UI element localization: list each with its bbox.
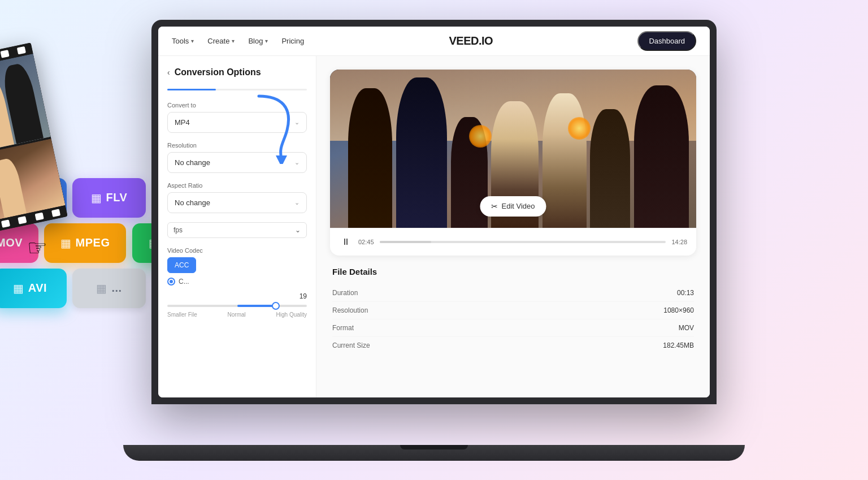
brand-logo: VEED.IO <box>449 34 493 47</box>
quality-slider-section: 19 Smaller File Normal High Quality <box>167 292 307 318</box>
frame-rate-chevron-icon: ⌄ <box>295 226 301 234</box>
slider-labels: Smaller File Normal High Quality <box>167 312 307 318</box>
nav-tools-label: Tools <box>172 37 189 45</box>
slider-mid-label: Normal <box>228 312 246 318</box>
detail-row-size: Current Size 182.45MB <box>332 337 694 354</box>
laptop-body: Tools ▾ Create ▾ Blog ▾ Pricing V <box>151 20 717 404</box>
codec-section: Video Codec ACC <box>167 247 307 273</box>
create-chevron-icon: ▾ <box>232 38 235 44</box>
radio-label-1: C... <box>179 278 189 286</box>
format-badge-mpeg[interactable]: ▦ MPEG <box>44 223 126 263</box>
progress-fill <box>380 241 431 243</box>
format-label-mpeg: MPEG <box>76 236 110 249</box>
right-panel: ✂ Edit Video ⏸ 02:45 <box>316 56 710 397</box>
detail-key-size: Current Size <box>332 341 370 349</box>
detail-row-duration: Duration 00:13 <box>332 284 694 302</box>
nav-item-pricing[interactable]: Pricing <box>281 37 304 45</box>
blog-chevron-icon: ▾ <box>265 38 268 44</box>
edit-video-label: Edit Video <box>501 202 535 210</box>
nav-item-blog[interactable]: Blog ▾ <box>248 37 268 45</box>
detail-key-resolution: Resoloution <box>332 306 368 314</box>
radio-dot-1 <box>167 278 175 286</box>
filmstrip-icon-avi: ▦ <box>13 282 24 295</box>
detail-key-format: Format <box>332 324 354 332</box>
resolution-value: No change <box>175 158 210 167</box>
file-details-title: File Details <box>332 267 694 276</box>
aspect-ratio-field: Aspect Ratio No change ⌄ <box>167 182 307 213</box>
aspect-ratio-value: No change <box>175 198 210 207</box>
nav-item-tools[interactable]: Tools ▾ <box>172 37 194 45</box>
quality-slider[interactable] <box>167 305 307 307</box>
sparkle-effect-2 <box>568 117 591 140</box>
slider-min-label: Smaller File <box>167 312 197 318</box>
laptop-screen: Tools ▾ Create ▾ Blog ▾ Pricing V <box>158 27 710 397</box>
detail-key-duration: Duration <box>332 289 358 297</box>
detail-value-format: MOV <box>679 324 694 332</box>
detail-row-format: Format MOV <box>332 319 694 337</box>
person-silhouette-5 <box>542 93 587 228</box>
aspect-ratio-label: Aspect Ratio <box>167 182 307 189</box>
filmstrip-icon-flv: ▦ <box>91 191 102 205</box>
nav-left: Tools ▾ Create ▾ Blog ▾ Pricing <box>172 37 304 45</box>
navigation: Tools ▾ Create ▾ Blog ▾ Pricing V <box>158 27 710 56</box>
format-badge-more[interactable]: ▦ ... <box>72 269 146 308</box>
video-progress-bar[interactable] <box>380 241 666 243</box>
convert-to-value: MP4 <box>175 118 190 127</box>
frame-rate-row: fps ⌄ <box>167 222 307 238</box>
slider-fill <box>237 305 276 307</box>
main-layout: ‹ Conversion Options Convert to MP4 ⌄ Re… <box>158 56 710 397</box>
panel-title: Conversion Options <box>175 67 261 77</box>
format-badge-flv[interactable]: ▦ FLV <box>72 178 146 218</box>
format-label-avi: AVI <box>28 282 47 295</box>
nav-pricing-label: Pricing <box>281 37 304 45</box>
format-label-more: ... <box>111 282 121 295</box>
nav-create-label: Create <box>207 37 229 45</box>
detail-value-size: 182.45MB <box>663 341 694 349</box>
detail-row-resolution: Resoloution 1080×960 <box>332 302 694 319</box>
pause-icon: ⏸ <box>341 237 350 247</box>
panel-header: ‹ Conversion Options <box>167 67 307 77</box>
person-silhouette-1 <box>348 88 392 227</box>
person-silhouette-6 <box>590 109 630 228</box>
nav-item-create[interactable]: Create ▾ <box>207 37 235 45</box>
tools-chevron-icon: ▾ <box>191 38 194 44</box>
detail-value-duration: 00:13 <box>677 289 694 297</box>
person-silhouette-2 <box>396 77 448 228</box>
filmstrip-decoration <box>0 42 66 234</box>
video-codec-label: Video Codec <box>167 247 307 254</box>
codec-option-acc[interactable]: ACC <box>167 257 196 273</box>
frame-rate-value: fps <box>173 226 183 234</box>
filmstrip-icon-mpeg: ▦ <box>60 236 71 250</box>
video-thumbnail: ✂ Edit Video <box>330 70 696 228</box>
current-time: 02:45 <box>358 239 374 245</box>
format-label-flv: FLV <box>106 191 128 204</box>
format-badge-avi[interactable]: ▦ AVI <box>0 269 67 308</box>
radio-option-1[interactable]: C... <box>167 278 189 286</box>
scissors-icon: ✂ <box>491 202 498 211</box>
slider-handle[interactable] <box>272 302 280 310</box>
aspect-ratio-select[interactable]: No change ⌄ <box>167 192 307 213</box>
total-time: 14:28 <box>671 239 687 245</box>
aspect-ratio-chevron-icon: ⌄ <box>294 199 300 206</box>
slider-max-label: High Quality <box>276 312 307 318</box>
person-silhouette-7 <box>634 85 689 228</box>
video-preview-card: ✂ Edit Video ⏸ 02:45 <box>330 70 696 256</box>
format-label-mov: MOV <box>0 236 23 249</box>
codec-options-row: ACC <box>167 257 307 273</box>
video-controls: ⏸ 02:45 14:28 <box>330 228 696 256</box>
laptop-base <box>123 445 745 461</box>
back-button[interactable]: ‹ <box>167 68 170 77</box>
nav-blog-label: Blog <box>248 37 263 45</box>
pause-button[interactable]: ⏸ <box>339 235 353 249</box>
quality-value: 19 <box>167 292 307 300</box>
dashboard-button[interactable]: Dashboard <box>637 31 696 51</box>
radio-options: C... <box>167 278 307 286</box>
file-details-section: File Details Duration 00:13 Resoloution … <box>330 267 696 354</box>
edit-video-button[interactable]: ✂ Edit Video <box>480 196 546 217</box>
arrow-decoration <box>248 85 315 166</box>
frame-rate-field[interactable]: fps ⌄ <box>167 222 307 238</box>
detail-value-resolution: 1080×960 <box>663 306 694 314</box>
sparkle-effect-1 <box>469 125 492 148</box>
filmstrip-icon-more: ▦ <box>96 282 107 295</box>
svg-marker-0 <box>276 155 287 164</box>
